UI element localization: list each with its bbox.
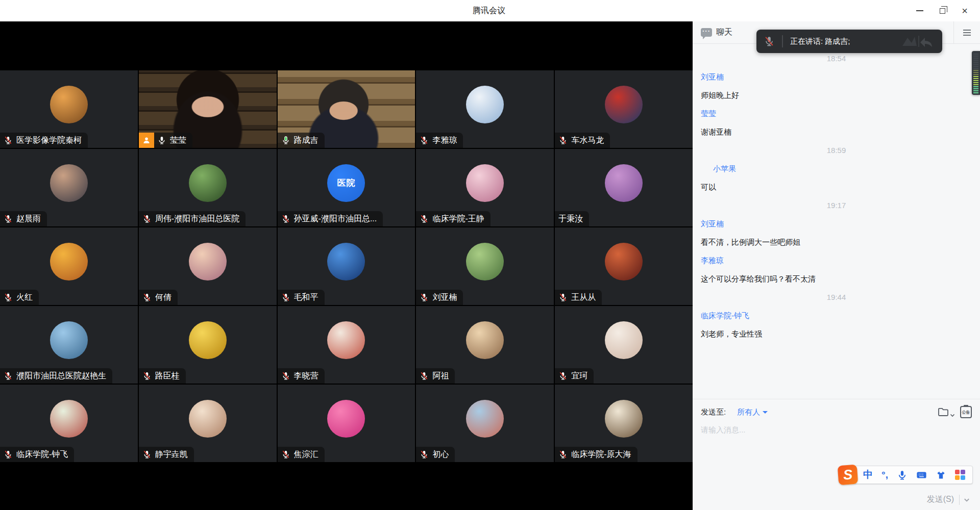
avatar: 医院: [327, 164, 365, 202]
participant-tile[interactable]: 周伟-濮阳市油田总医院: [139, 149, 277, 226]
participant-tile[interactable]: 路臣桂: [139, 306, 277, 384]
chat-footer: 发送至: 所有人 公告 S 中 °,: [693, 399, 980, 510]
participant-namebar: 临床学院-原大海: [555, 447, 637, 462]
avatar: [189, 164, 227, 202]
participant-tile[interactable]: 阿祖: [416, 306, 554, 384]
participant-tile[interactable]: 路成吉: [278, 70, 415, 148]
avatar: [466, 321, 504, 359]
microphone-icon: [897, 470, 908, 480]
chat-sender-name: 临床学院-钟飞: [701, 310, 972, 322]
close-button[interactable]: ×: [953, 0, 976, 21]
chat-message-text: 刘老师，专业性强: [701, 328, 972, 340]
avatar: [327, 243, 365, 280]
avatar: [605, 243, 643, 280]
close-icon: ×: [962, 6, 968, 16]
ime-skin-button[interactable]: [936, 470, 946, 480]
participant-namebar: 孙亚威-濮阳市油田总...: [278, 211, 383, 226]
participant-namebar: 火红: [0, 290, 39, 305]
participant-tile[interactable]: 李晓营: [278, 306, 415, 384]
audio-level-meter: [972, 51, 980, 95]
participant-name: 何倩: [155, 292, 172, 303]
participant-tile[interactable]: 濮阳市油田总医院赵艳生: [0, 306, 138, 384]
mic-muted-icon: [4, 136, 13, 145]
send-to-dropdown[interactable]: 所有人: [737, 407, 768, 417]
participant-tile[interactable]: 临床学院-王静: [416, 149, 554, 226]
chat-message: 刘亚楠 看不清，比例调大一些吧师姐: [701, 218, 972, 248]
sogou-logo-icon[interactable]: S: [838, 465, 859, 486]
hamburger-icon: [963, 28, 971, 37]
chat-panel-title: 聊天: [716, 27, 732, 38]
participant-name: 李雅琼: [432, 135, 457, 146]
avatar: [189, 400, 227, 438]
chat-sender-name: 刘亚楠: [701, 71, 972, 83]
participant-name: 临床学院-钟飞: [16, 449, 68, 460]
participant-tile[interactable]: 莹莹: [139, 70, 277, 148]
ime-keyboard-button[interactable]: [916, 470, 927, 480]
send-button[interactable]: 发送(S): [922, 492, 959, 507]
ime-punctuation-button[interactable]: °,: [881, 469, 888, 480]
participant-tile[interactable]: 静宇垚凯: [139, 385, 277, 462]
participant-tile[interactable]: 临床学院-原大海: [555, 385, 693, 462]
ime-toolbox-button[interactable]: [955, 470, 965, 480]
participant-tile[interactable]: 医学影像学院秦柯: [0, 70, 138, 148]
participant-tile[interactable]: 刘亚楠: [416, 227, 554, 305]
chat-timestamp: 18:59: [701, 144, 972, 157]
avatar-label: 医院: [337, 177, 355, 189]
tencent-meeting-window: { "window": { "title": "腾讯会议" }, "toast"…: [0, 0, 980, 510]
participant-tile[interactable]: 王从从: [555, 227, 693, 305]
participant-name: 莹莹: [170, 135, 186, 146]
chat-message: 临床学院-钟飞 刘老师，专业性强: [701, 310, 972, 340]
chat-message-list: 18:54 刘亚楠 师姐晚上好 莹莹 谢谢亚楠 18:59 小苹果 可以 19:…: [693, 44, 980, 399]
announcement-button[interactable]: 公告: [960, 406, 972, 418]
participant-tile[interactable]: 毛和平: [278, 227, 415, 305]
participant-tile[interactable]: 火红: [0, 227, 138, 305]
participant-namebar: 医学影像学院秦柯: [0, 133, 88, 148]
participant-name: 静宇垚凯: [155, 449, 188, 460]
toast-divider: [782, 35, 783, 47]
participant-namebar: 路成吉: [278, 133, 325, 148]
mic-muted-icon: [558, 136, 568, 145]
participant-tile[interactable]: 赵晨雨: [0, 149, 138, 226]
participant-namebar: 阿祖: [416, 368, 455, 384]
participant-tile[interactable]: 车水马龙: [555, 70, 693, 148]
mic-muted-icon: [4, 293, 13, 302]
participant-tile[interactable]: 宜珂: [555, 306, 693, 384]
video-grid: 医学影像学院秦柯 莹莹 路成吉: [0, 70, 693, 462]
mic-muted-icon: [142, 293, 152, 302]
participant-tile[interactable]: 医院 孙亚威-濮阳市油田总...: [278, 149, 415, 226]
participant-tile[interactable]: 初心: [416, 385, 554, 462]
chat-message-text: 可以: [701, 181, 972, 193]
participant-tile[interactable]: 于秉汝: [555, 149, 693, 226]
participant-tile[interactable]: 李雅琼: [416, 70, 554, 148]
avatar: [327, 400, 365, 438]
participant-namebar: 李雅琼: [416, 133, 463, 148]
participant-tile[interactable]: 焦淙汇: [278, 385, 415, 462]
chat-menu-button[interactable]: [953, 21, 980, 44]
chat-timestamp: 19:44: [701, 291, 972, 303]
participant-namebar: 濮阳市油田总医院赵艳生: [0, 368, 112, 384]
minimize-button[interactable]: [909, 0, 931, 21]
participant-name: 焦淙汇: [294, 449, 318, 460]
participant-namebar: 周伟-濮阳市油田总医院: [139, 211, 246, 226]
participant-namebar: 毛和平: [278, 290, 325, 305]
file-transfer-button[interactable]: [937, 406, 955, 418]
participant-tile[interactable]: 何倩: [139, 227, 277, 305]
ime-mode-button[interactable]: 中: [863, 469, 873, 480]
send-options-button[interactable]: [960, 495, 974, 504]
participant-tile[interactable]: 临床学院-钟飞: [0, 385, 138, 462]
restore-button[interactable]: [931, 0, 953, 21]
ime-toolbar: S 中 °,: [838, 465, 973, 484]
participant-name: 李晓营: [294, 371, 318, 381]
participant-namebar: 王从从: [555, 290, 602, 305]
mic-muted-icon: [281, 214, 290, 223]
ime-voice-button[interactable]: [897, 470, 908, 480]
avatar: [605, 400, 643, 438]
toast-ghost-icons: [901, 33, 935, 50]
chat-timestamp: 18:54: [701, 53, 972, 65]
chat-message-text: 看不清，比例调大一些吧师姐: [701, 236, 972, 248]
participant-name: 赵晨雨: [16, 214, 41, 224]
message-input[interactable]: [693, 418, 980, 441]
mic-on-icon: [157, 136, 166, 145]
mic-muted-icon: [142, 214, 152, 223]
participant-namebar: 临床学院-王静: [416, 211, 490, 226]
